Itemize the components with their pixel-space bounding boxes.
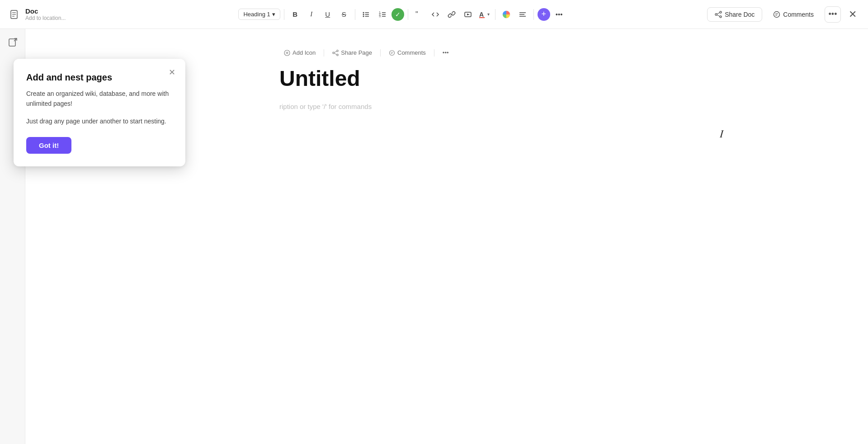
toolbar: Doc Add to location... Heading 1 ▾ B I U… bbox=[0, 0, 868, 29]
page-more-button[interactable]: ••• bbox=[438, 47, 453, 58]
numbered-list-button[interactable]: 1. 2. 3. bbox=[375, 7, 390, 22]
svg-point-37 bbox=[337, 50, 339, 52]
tooltip-title: Add and nest pages bbox=[26, 71, 173, 83]
page-action-divider-2 bbox=[380, 49, 381, 57]
check-button[interactable]: ✓ bbox=[392, 8, 404, 21]
svg-line-28 bbox=[717, 13, 720, 14]
page-comments-button[interactable]: Comments bbox=[384, 47, 430, 58]
doc-subtitle: Add to location... bbox=[25, 15, 66, 21]
tooltip-description-2: Just drag any page under another to star… bbox=[26, 116, 173, 126]
svg-point-26 bbox=[720, 16, 722, 18]
page-action-divider bbox=[324, 49, 324, 57]
svg-point-42 bbox=[390, 50, 395, 55]
bullet-list-button[interactable] bbox=[359, 7, 373, 22]
toolbar-divider-3 bbox=[408, 9, 408, 20]
svg-marker-18 bbox=[467, 14, 470, 15]
share-page-label: Share Page bbox=[341, 49, 372, 56]
svg-text:": " bbox=[415, 10, 418, 18]
align-button[interactable] bbox=[515, 7, 530, 22]
page-more-label: ••• bbox=[443, 49, 449, 56]
multicolor-button[interactable] bbox=[499, 7, 514, 22]
close-button[interactable]: ✕ bbox=[844, 6, 861, 23]
svg-point-30 bbox=[774, 11, 780, 17]
comments-button[interactable]: Comments bbox=[766, 8, 821, 21]
text-cursor: 𝐼 bbox=[720, 128, 723, 140]
toolbar-divider-2 bbox=[355, 9, 355, 20]
svg-point-4 bbox=[363, 12, 364, 13]
svg-text:A: A bbox=[479, 11, 484, 18]
page-header-actions: Add Icon Share Page bbox=[279, 47, 614, 58]
tooltip-close-button[interactable]: ✕ bbox=[165, 66, 178, 79]
got-it-button[interactable]: Got it! bbox=[26, 137, 71, 154]
underline-button[interactable]: U bbox=[321, 7, 335, 22]
more-options-toolbar-button[interactable]: ••• bbox=[552, 7, 566, 22]
svg-point-25 bbox=[720, 11, 722, 13]
svg-line-41 bbox=[335, 53, 337, 54]
add-icon-button[interactable]: Add Icon bbox=[279, 47, 320, 58]
svg-point-38 bbox=[337, 54, 339, 56]
italic-button[interactable]: I bbox=[304, 7, 319, 22]
svg-line-29 bbox=[717, 15, 720, 16]
code-button[interactable] bbox=[428, 7, 443, 22]
sidebar-export-button[interactable] bbox=[5, 34, 21, 51]
strikethrough-button[interactable]: S bbox=[337, 7, 351, 22]
check-symbol: ✓ bbox=[395, 11, 401, 18]
font-color-button[interactable]: A ▾ bbox=[477, 7, 491, 22]
tooltip-popup: ✕ Add and nest pages Create an organized… bbox=[14, 59, 185, 166]
quote-button[interactable]: " bbox=[412, 7, 426, 22]
description-text: ription or type '/' for commands bbox=[279, 103, 372, 110]
svg-line-40 bbox=[335, 51, 337, 52]
page-description-placeholder[interactable]: ription or type '/' for commands bbox=[279, 103, 614, 110]
toolbar-divider-5 bbox=[533, 9, 534, 20]
link-button[interactable] bbox=[444, 7, 459, 22]
toolbar-divider-1 bbox=[284, 9, 284, 20]
add-icon-label: Add Icon bbox=[292, 49, 316, 56]
share-doc-button[interactable]: Share Doc bbox=[707, 7, 762, 22]
doc-editor: Doc Add to location... Heading 1 ▾ B I U… bbox=[0, 0, 868, 444]
svg-point-27 bbox=[715, 14, 717, 15]
svg-point-39 bbox=[333, 52, 335, 54]
page-title[interactable]: Untitled bbox=[279, 66, 614, 92]
toolbar-right: Share Doc Comments ••• ✕ bbox=[707, 6, 861, 23]
add-button[interactable]: + bbox=[538, 8, 550, 21]
doc-title: Doc bbox=[25, 7, 66, 15]
share-page-button[interactable]: Share Page bbox=[328, 47, 377, 58]
page-action-divider-3 bbox=[434, 49, 434, 57]
share-doc-label: Share Doc bbox=[725, 11, 755, 18]
heading-select[interactable]: Heading 1 ▾ bbox=[238, 9, 280, 20]
doc-icon bbox=[7, 7, 22, 22]
tooltip-description-1: Create an organized wiki, database, and … bbox=[26, 89, 173, 109]
media-button[interactable] bbox=[461, 7, 475, 22]
page-comments-label: Comments bbox=[397, 49, 426, 56]
svg-rect-33 bbox=[9, 39, 15, 46]
svg-point-5 bbox=[363, 14, 364, 15]
heading-label: Heading 1 bbox=[243, 11, 270, 18]
more-options-button[interactable]: ••• bbox=[825, 6, 841, 23]
toolbar-left: Doc Add to location... bbox=[7, 7, 98, 22]
toolbar-divider-4 bbox=[495, 9, 495, 20]
doc-title-section: Doc Add to location... bbox=[25, 7, 66, 21]
bold-button[interactable]: B bbox=[288, 7, 302, 22]
svg-text:3.: 3. bbox=[379, 14, 382, 18]
page-content: Add Icon Share Page bbox=[243, 29, 650, 137]
comments-label: Comments bbox=[783, 11, 814, 18]
svg-point-6 bbox=[363, 15, 364, 17]
heading-chevron-icon: ▾ bbox=[272, 11, 275, 18]
toolbar-center: Heading 1 ▾ B I U S bbox=[101, 7, 703, 22]
